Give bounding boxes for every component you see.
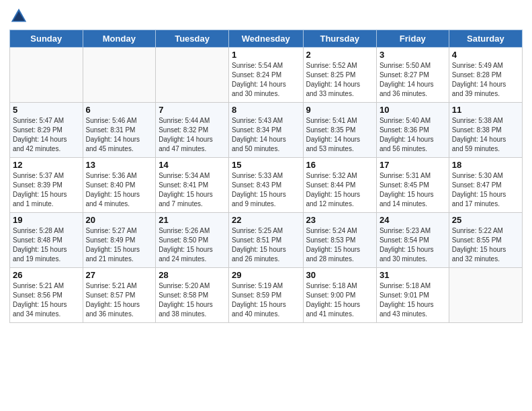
day-info: Sunrise: 5:26 AM Sunset: 8:50 PM Dayligh…	[159, 226, 226, 264]
day-info: Sunrise: 5:30 AM Sunset: 8:47 PM Dayligh…	[452, 171, 519, 209]
day-number: 31	[380, 270, 446, 280]
day-info: Sunrise: 5:47 AM Sunset: 8:29 PM Dayligh…	[13, 116, 80, 154]
day-number: 14	[159, 160, 226, 170]
day-info: Sunrise: 5:38 AM Sunset: 8:38 PM Dayligh…	[452, 116, 519, 154]
weekday-header-saturday: Saturday	[449, 30, 522, 48]
week-row-2: 5Sunrise: 5:47 AM Sunset: 8:29 PM Daylig…	[10, 103, 523, 158]
calendar-cell: 13Sunrise: 5:36 AM Sunset: 8:40 PM Dayli…	[83, 158, 156, 213]
weekday-header-row: SundayMondayTuesdayWednesdayThursdayFrid…	[10, 30, 523, 48]
day-info: Sunrise: 5:33 AM Sunset: 8:43 PM Dayligh…	[232, 171, 300, 209]
day-info: Sunrise: 5:49 AM Sunset: 8:28 PM Dayligh…	[452, 61, 519, 99]
weekday-header-friday: Friday	[376, 30, 449, 48]
day-info: Sunrise: 5:25 AM Sunset: 8:51 PM Dayligh…	[232, 226, 300, 264]
calendar-cell: 15Sunrise: 5:33 AM Sunset: 8:43 PM Dayli…	[229, 158, 303, 213]
calendar-cell: 9Sunrise: 5:41 AM Sunset: 8:35 PM Daylig…	[303, 103, 376, 158]
day-number: 27	[86, 270, 153, 280]
calendar-cell: 25Sunrise: 5:22 AM Sunset: 8:55 PM Dayli…	[449, 213, 522, 268]
day-info: Sunrise: 5:46 AM Sunset: 8:31 PM Dayligh…	[86, 116, 153, 154]
day-number: 7	[159, 105, 226, 115]
day-number: 18	[452, 160, 519, 170]
day-info: Sunrise: 5:52 AM Sunset: 8:25 PM Dayligh…	[306, 61, 373, 99]
calendar-cell: 19Sunrise: 5:28 AM Sunset: 8:48 PM Dayli…	[10, 213, 83, 268]
calendar-cell: 29Sunrise: 5:19 AM Sunset: 8:59 PM Dayli…	[229, 268, 303, 323]
day-info: Sunrise: 5:31 AM Sunset: 8:45 PM Dayligh…	[380, 171, 446, 209]
calendar-cell: 30Sunrise: 5:18 AM Sunset: 9:00 PM Dayli…	[303, 268, 376, 323]
calendar-cell: 26Sunrise: 5:21 AM Sunset: 8:56 PM Dayli…	[10, 268, 83, 323]
calendar-cell: 14Sunrise: 5:34 AM Sunset: 8:41 PM Dayli…	[156, 158, 229, 213]
day-number: 24	[380, 215, 446, 225]
logo-icon	[9, 7, 28, 26]
header	[9, 7, 523, 26]
day-number: 16	[306, 160, 373, 170]
day-number: 9	[306, 105, 373, 115]
day-info: Sunrise: 5:50 AM Sunset: 8:27 PM Dayligh…	[380, 61, 446, 99]
day-number: 4	[452, 50, 519, 60]
calendar-cell: 1Sunrise: 5:54 AM Sunset: 8:24 PM Daylig…	[229, 48, 303, 103]
day-info: Sunrise: 5:18 AM Sunset: 9:00 PM Dayligh…	[306, 281, 373, 319]
day-info: Sunrise: 5:43 AM Sunset: 8:34 PM Dayligh…	[232, 116, 300, 154]
day-number: 6	[86, 105, 153, 115]
calendar-cell: 5Sunrise: 5:47 AM Sunset: 8:29 PM Daylig…	[10, 103, 83, 158]
calendar-cell: 12Sunrise: 5:37 AM Sunset: 8:39 PM Dayli…	[10, 158, 83, 213]
day-number: 11	[452, 105, 519, 115]
calendar-cell: 8Sunrise: 5:43 AM Sunset: 8:34 PM Daylig…	[229, 103, 303, 158]
calendar: SundayMondayTuesdayWednesdayThursdayFrid…	[9, 30, 523, 323]
calendar-cell: 20Sunrise: 5:27 AM Sunset: 8:49 PM Dayli…	[83, 213, 156, 268]
day-info: Sunrise: 5:20 AM Sunset: 8:58 PM Dayligh…	[159, 281, 226, 319]
day-info: Sunrise: 5:22 AM Sunset: 8:55 PM Dayligh…	[452, 226, 519, 264]
calendar-cell: 18Sunrise: 5:30 AM Sunset: 8:47 PM Dayli…	[449, 158, 522, 213]
calendar-cell: 23Sunrise: 5:24 AM Sunset: 8:53 PM Dayli…	[303, 213, 376, 268]
day-number: 20	[86, 215, 153, 225]
day-info: Sunrise: 5:28 AM Sunset: 8:48 PM Dayligh…	[13, 226, 80, 264]
day-number: 1	[232, 50, 300, 60]
calendar-cell: 3Sunrise: 5:50 AM Sunset: 8:27 PM Daylig…	[376, 48, 449, 103]
weekday-header-sunday: Sunday	[10, 30, 83, 48]
weekday-header-tuesday: Tuesday	[156, 30, 229, 48]
weekday-header-wednesday: Wednesday	[229, 30, 303, 48]
day-info: Sunrise: 5:23 AM Sunset: 8:54 PM Dayligh…	[380, 226, 446, 264]
calendar-cell: 21Sunrise: 5:26 AM Sunset: 8:50 PM Dayli…	[156, 213, 229, 268]
day-number: 19	[13, 215, 80, 225]
day-info: Sunrise: 5:32 AM Sunset: 8:44 PM Dayligh…	[306, 171, 373, 209]
week-row-3: 12Sunrise: 5:37 AM Sunset: 8:39 PM Dayli…	[10, 158, 523, 213]
calendar-cell: 2Sunrise: 5:52 AM Sunset: 8:25 PM Daylig…	[303, 48, 376, 103]
day-number: 3	[380, 50, 446, 60]
calendar-cell: 10Sunrise: 5:40 AM Sunset: 8:36 PM Dayli…	[376, 103, 449, 158]
week-row-1: 1Sunrise: 5:54 AM Sunset: 8:24 PM Daylig…	[10, 48, 523, 103]
day-number: 12	[13, 160, 80, 170]
day-info: Sunrise: 5:54 AM Sunset: 8:24 PM Dayligh…	[232, 61, 300, 99]
calendar-cell: 22Sunrise: 5:25 AM Sunset: 8:51 PM Dayli…	[229, 213, 303, 268]
weekday-header-thursday: Thursday	[303, 30, 376, 48]
day-info: Sunrise: 5:37 AM Sunset: 8:39 PM Dayligh…	[13, 171, 80, 209]
day-info: Sunrise: 5:34 AM Sunset: 8:41 PM Dayligh…	[159, 171, 226, 209]
day-info: Sunrise: 5:27 AM Sunset: 8:49 PM Dayligh…	[86, 226, 153, 264]
day-number: 23	[306, 215, 373, 225]
day-number: 10	[380, 105, 446, 115]
day-info: Sunrise: 5:44 AM Sunset: 8:32 PM Dayligh…	[159, 116, 226, 154]
calendar-cell: 7Sunrise: 5:44 AM Sunset: 8:32 PM Daylig…	[156, 103, 229, 158]
calendar-cell	[156, 48, 229, 103]
week-row-5: 26Sunrise: 5:21 AM Sunset: 8:56 PM Dayli…	[10, 268, 523, 323]
weekday-header-monday: Monday	[83, 30, 156, 48]
day-info: Sunrise: 5:21 AM Sunset: 8:57 PM Dayligh…	[86, 281, 153, 319]
day-info: Sunrise: 5:36 AM Sunset: 8:40 PM Dayligh…	[86, 171, 153, 209]
calendar-cell	[83, 48, 156, 103]
day-info: Sunrise: 5:41 AM Sunset: 8:35 PM Dayligh…	[306, 116, 373, 154]
calendar-cell: 24Sunrise: 5:23 AM Sunset: 8:54 PM Dayli…	[376, 213, 449, 268]
calendar-cell	[449, 268, 522, 323]
logo	[9, 7, 31, 26]
calendar-cell: 4Sunrise: 5:49 AM Sunset: 8:28 PM Daylig…	[449, 48, 522, 103]
page: SundayMondayTuesdayWednesdayThursdayFrid…	[0, 0, 532, 411]
calendar-cell: 17Sunrise: 5:31 AM Sunset: 8:45 PM Dayli…	[376, 158, 449, 213]
day-number: 21	[159, 215, 226, 225]
calendar-cell	[10, 48, 83, 103]
day-number: 2	[306, 50, 373, 60]
day-info: Sunrise: 5:24 AM Sunset: 8:53 PM Dayligh…	[306, 226, 373, 264]
day-number: 25	[452, 215, 519, 225]
day-number: 13	[86, 160, 153, 170]
day-number: 17	[380, 160, 446, 170]
day-info: Sunrise: 5:21 AM Sunset: 8:56 PM Dayligh…	[13, 281, 80, 319]
day-number: 15	[232, 160, 300, 170]
calendar-cell: 11Sunrise: 5:38 AM Sunset: 8:38 PM Dayli…	[449, 103, 522, 158]
calendar-cell: 31Sunrise: 5:18 AM Sunset: 9:01 PM Dayli…	[376, 268, 449, 323]
